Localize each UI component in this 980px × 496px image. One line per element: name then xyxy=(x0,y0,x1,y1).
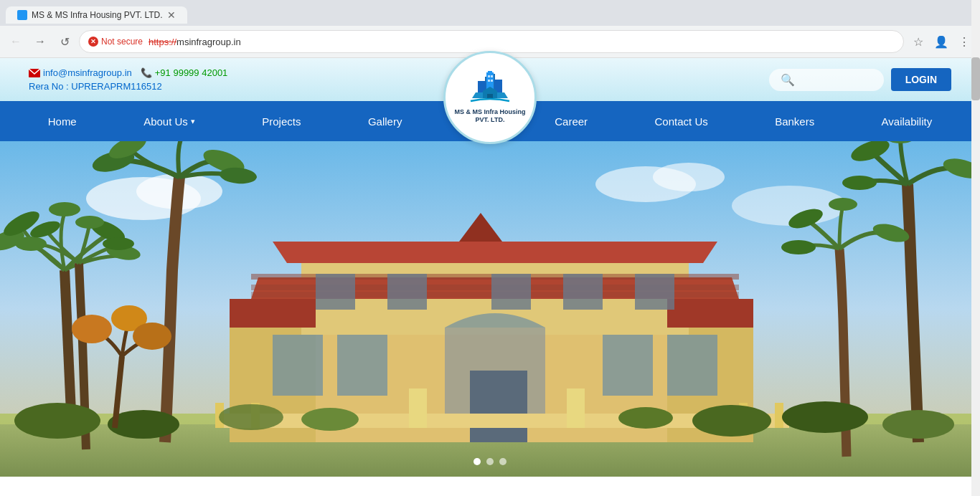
hero-section xyxy=(0,141,980,477)
svg-rect-48 xyxy=(775,403,783,428)
nav-label-availability: Availability xyxy=(882,115,933,128)
nav-item-gallery[interactable]: Gallery xyxy=(359,102,411,140)
security-badge: ✕ Not secure xyxy=(88,37,143,47)
phone-text: +91 99999 42001 xyxy=(155,67,228,78)
svg-marker-28 xyxy=(667,299,753,328)
svg-point-79 xyxy=(882,410,954,439)
svg-point-74 xyxy=(14,403,100,439)
email-row: info@msinfragroup.in 📞 +91 99999 42001 xyxy=(29,67,227,78)
nav-item-availability[interactable]: Availability xyxy=(873,102,941,140)
svg-point-69 xyxy=(842,176,877,190)
tab-bar: MS & MS Infra Housing PVT. LTD. ✕ xyxy=(0,0,980,26)
svg-rect-41 xyxy=(603,335,653,396)
search-box: 🔍 xyxy=(769,69,884,91)
logo-line1: MS & MS Infra Housing xyxy=(455,108,526,115)
nav-label-home: Home xyxy=(48,115,77,128)
address-bar[interactable]: ✕ Not secure https://msinfragroup.in xyxy=(79,30,904,53)
site-header: info@msinfragroup.in 📞 +91 99999 42001 R… xyxy=(0,58,980,101)
profile-button[interactable]: 👤 xyxy=(931,32,951,52)
svg-rect-34 xyxy=(316,274,355,310)
nav-item-contact[interactable]: Contact Us xyxy=(646,102,717,140)
svg-marker-27 xyxy=(230,299,316,328)
svg-point-84 xyxy=(618,407,673,429)
svg-rect-13 xyxy=(487,94,493,98)
svg-rect-7 xyxy=(488,75,490,77)
svg-rect-42 xyxy=(667,335,717,396)
nav-item-about[interactable]: About Us ▾ xyxy=(135,102,204,140)
carousel-dot-3[interactable] xyxy=(499,458,507,465)
login-button[interactable]: LOGIN xyxy=(891,68,951,91)
login-area: 🔍 LOGIN xyxy=(769,68,951,91)
svg-rect-35 xyxy=(387,274,427,310)
svg-point-78 xyxy=(782,401,868,433)
logo-container[interactable]: MS & MS Infra Housing PVT. LTD. xyxy=(443,51,537,144)
svg-rect-8 xyxy=(491,75,493,77)
svg-rect-9 xyxy=(488,80,490,82)
svg-rect-39 xyxy=(273,335,323,396)
svg-rect-40 xyxy=(337,335,387,396)
svg-rect-36 xyxy=(491,274,531,310)
svg-point-77 xyxy=(692,405,771,437)
nav-label-bankers: Bankers xyxy=(775,115,814,128)
nav-item-bankers[interactable]: Bankers xyxy=(766,102,823,140)
nav-label-contact: Contact Us xyxy=(655,115,708,128)
tab-title: MS & MS Infra Housing PVT. LTD. xyxy=(32,10,163,20)
url-strikethrough: https:// xyxy=(149,37,176,47)
carousel-dots xyxy=(473,458,507,465)
rera-row: Rera No : UPRERAPRM116512 xyxy=(29,81,227,92)
active-tab[interactable]: MS & MS Infra Housing PVT. LTD. ✕ xyxy=(6,6,187,24)
logo-line2: PVT. LTD. xyxy=(476,116,505,123)
svg-point-73 xyxy=(781,240,816,254)
toolbar-icons: ☆ 👤 ⋮ xyxy=(908,32,974,52)
svg-rect-50 xyxy=(409,388,427,428)
svg-rect-4 xyxy=(488,71,492,74)
svg-point-80 xyxy=(72,315,112,343)
hero-illustration xyxy=(0,141,980,477)
svg-point-54 xyxy=(49,202,80,216)
nav-item-projects[interactable]: Projects xyxy=(253,102,309,140)
svg-point-18 xyxy=(653,163,725,191)
chevron-down-icon: ▾ xyxy=(191,117,195,126)
nav-label-gallery: Gallery xyxy=(368,115,402,128)
reload-button[interactable]: ↺ xyxy=(55,32,75,52)
svg-point-82 xyxy=(133,323,171,350)
svg-point-76 xyxy=(219,404,283,430)
security-icon: ✕ xyxy=(88,37,98,47)
url-display: https://msinfragroup.in xyxy=(149,37,241,47)
scrollbar-thumb[interactable] xyxy=(971,57,980,100)
svg-rect-51 xyxy=(567,388,585,428)
svg-marker-29 xyxy=(273,242,717,263)
svg-rect-44 xyxy=(470,371,527,442)
nav-item-home[interactable]: Home xyxy=(39,102,85,140)
tab-favicon xyxy=(17,10,27,20)
email-icon xyxy=(29,69,40,77)
svg-point-72 xyxy=(829,198,857,211)
svg-rect-10 xyxy=(491,80,493,82)
tab-close-btn[interactable]: ✕ xyxy=(167,9,176,21)
email-text: info@msinfragroup.in xyxy=(43,67,132,78)
carousel-dot-1[interactable] xyxy=(473,458,481,465)
back-button[interactable]: ← xyxy=(6,32,26,52)
scrollbar[interactable] xyxy=(971,0,980,477)
logo-svg xyxy=(465,71,515,107)
logo-circle: MS & MS Infra Housing PVT. LTD. xyxy=(443,51,537,144)
nav-label-career: Career xyxy=(555,115,588,128)
nav-label-projects: Projects xyxy=(262,115,301,128)
svg-point-65 xyxy=(103,237,134,250)
bookmark-button[interactable]: ☆ xyxy=(908,32,928,52)
nav-item-career[interactable]: Career xyxy=(546,102,596,140)
forward-button[interactable]: → xyxy=(30,32,50,52)
svg-point-83 xyxy=(301,408,359,431)
svg-rect-38 xyxy=(635,274,674,310)
rera-text: Rera No : UPRERAPRM116512 xyxy=(29,81,162,92)
phone-icon: 📞 xyxy=(141,67,152,78)
carousel-dot-2[interactable] xyxy=(486,458,494,465)
logo-text: MS & MS Infra Housing PVT. LTD. xyxy=(455,108,526,124)
phone-link[interactable]: 📞 +91 99999 42001 xyxy=(141,67,228,78)
svg-point-62 xyxy=(15,237,47,251)
email-link[interactable]: info@msinfragroup.in xyxy=(29,67,132,78)
contact-info: info@msinfragroup.in 📞 +91 99999 42001 R… xyxy=(29,67,227,92)
security-label: Not secure xyxy=(101,37,143,47)
svg-rect-37 xyxy=(563,274,603,310)
search-icon: 🔍 xyxy=(781,73,795,87)
